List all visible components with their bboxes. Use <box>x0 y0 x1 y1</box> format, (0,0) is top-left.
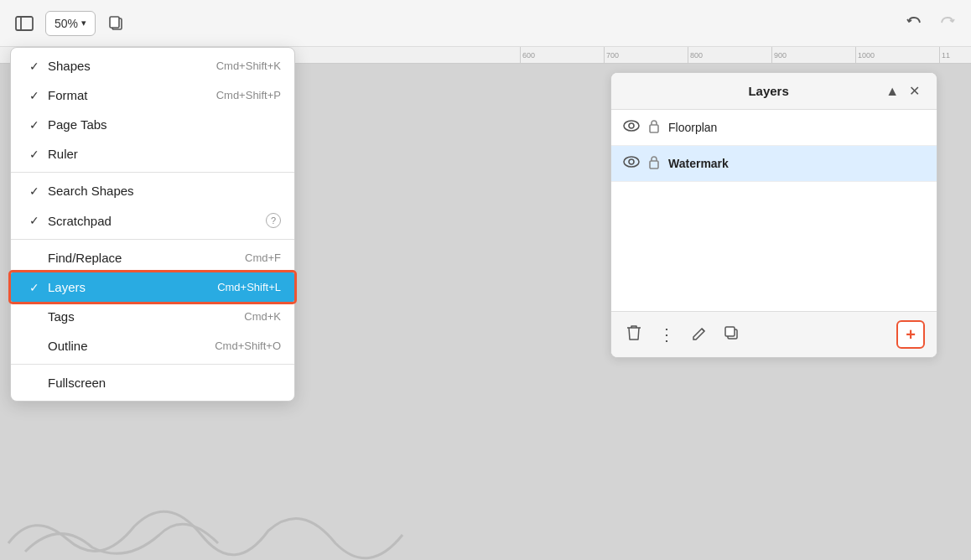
ruler-mark: 800 <box>688 47 771 64</box>
layer-row-watermark[interactable]: Watermark <box>611 146 937 182</box>
undo-redo-group <box>901 10 961 37</box>
menu-item-ruler[interactable]: ✓ Ruler <box>11 139 294 169</box>
menu-label-page-tabs: Page Tabs <box>48 117 281 132</box>
menu-label-search-shapes: Search Shapes <box>48 184 281 198</box>
check-icon-search-shapes: ✓ <box>24 184 44 198</box>
menu-label-scratchpad: Scratchpad <box>48 214 262 228</box>
menu-label-outline: Outline <box>48 339 215 353</box>
menu-label-shapes: Shapes <box>48 59 216 73</box>
help-icon[interactable]: ? <box>266 213 281 228</box>
menu-item-scratchpad[interactable]: ✓ Scratchpad ? <box>11 205 294 236</box>
layer-row-floorplan[interactable]: Floorplan <box>611 110 937 146</box>
more-options-button[interactable]: ⋮ <box>655 321 678 348</box>
menu-item-shapes[interactable]: ✓ Shapes Cmd+Shift+K <box>11 51 294 80</box>
ruler-mark: 700 <box>604 47 688 64</box>
layers-panel-title: Layers <box>657 84 880 98</box>
menu-label-format: Format <box>48 88 216 102</box>
copy-button[interactable] <box>102 10 129 37</box>
menu-item-format[interactable]: ✓ Format Cmd+Shift+P <box>11 80 294 110</box>
menu-item-search-shapes[interactable]: ✓ Search Shapes <box>11 176 294 205</box>
menu-shortcut-outline: Cmd+Shift+O <box>215 340 281 352</box>
menu-shortcut-tags: Cmd+K <box>244 310 281 323</box>
divider-1 <box>11 172 294 173</box>
check-icon-shapes: ✓ <box>24 60 44 73</box>
svg-rect-11 <box>725 327 735 336</box>
menu-label-fullscreen: Fullscreen <box>48 376 281 390</box>
duplicate-layer-button[interactable] <box>720 322 742 348</box>
menu-item-find-replace[interactable]: ✓ Find/Replace Cmd+F <box>11 243 294 272</box>
layers-list: Floorplan Watermark <box>611 110 937 311</box>
layers-close-button[interactable]: ✕ <box>904 81 925 101</box>
svg-rect-3 <box>110 17 119 28</box>
ruler-mark: 11 <box>939 47 971 64</box>
edit-layer-button[interactable] <box>688 322 710 348</box>
menu-label-ruler: Ruler <box>48 147 281 161</box>
visibility-icon-floorplan[interactable] <box>623 119 640 136</box>
undo-button[interactable] <box>901 10 929 37</box>
svg-point-5 <box>629 123 634 128</box>
svg-rect-0 <box>16 17 33 30</box>
check-icon-format: ✓ <box>24 89 44 102</box>
menu-item-page-tabs[interactable]: ✓ Page Tabs <box>11 110 294 139</box>
divider-3 <box>11 364 294 365</box>
menu-item-layers[interactable]: ✓ Layers Cmd+Shift+L <box>11 272 294 302</box>
divider-2 <box>11 239 294 240</box>
menu-label-find-replace: Find/Replace <box>48 251 245 265</box>
layers-toolbar: ⋮ + <box>611 311 937 357</box>
add-layer-button[interactable]: + <box>896 320 925 349</box>
layers-collapse-button[interactable]: ▲ <box>880 82 904 101</box>
toolbar: 50% ▾ <box>0 0 971 47</box>
ruler-mark: 1000 <box>855 47 939 64</box>
layer-name-watermark: Watermark <box>668 157 925 170</box>
lock-icon-watermark[interactable] <box>648 155 660 172</box>
svg-point-8 <box>629 159 634 164</box>
view-dropdown-menu: ✓ Shapes Cmd+Shift+K ✓ Format Cmd+Shift+… <box>10 47 295 402</box>
check-icon-scratchpad: ✓ <box>24 214 44 227</box>
layers-header: Layers ▲ ✕ <box>611 73 937 110</box>
layer-name-floorplan: Floorplan <box>668 121 925 134</box>
svg-rect-9 <box>650 161 658 169</box>
menu-shortcut-find-replace: Cmd+F <box>245 251 281 264</box>
check-icon-page-tabs: ✓ <box>24 118 44 132</box>
menu-label-layers: Layers <box>48 280 217 294</box>
zoom-value: 50% <box>55 17 78 30</box>
menu-item-outline[interactable]: ✓ Outline Cmd+Shift+O <box>11 331 294 360</box>
menu-item-tags[interactable]: ✓ Tags Cmd+K <box>11 302 294 331</box>
check-icon-layers: ✓ <box>24 281 44 294</box>
menu-shortcut-format: Cmd+Shift+P <box>216 89 281 101</box>
zoom-chevron-icon: ▾ <box>81 18 86 29</box>
svg-rect-6 <box>650 125 658 132</box>
lock-icon-floorplan[interactable] <box>648 119 660 136</box>
canvas-decoration <box>0 493 419 560</box>
svg-point-7 <box>624 157 639 167</box>
menu-shortcut-layers: Cmd+Shift+L <box>217 281 281 293</box>
menu-item-fullscreen[interactable]: ✓ Fullscreen <box>11 368 294 397</box>
visibility-icon-watermark[interactable] <box>623 155 640 172</box>
ruler-mark: 900 <box>771 47 855 64</box>
svg-point-4 <box>624 121 639 131</box>
ruler-mark: 600 <box>520 47 604 64</box>
menu-label-tags: Tags <box>48 309 244 324</box>
delete-layer-button[interactable] <box>623 321 645 349</box>
zoom-selector[interactable]: 50% ▾ <box>45 11 96 36</box>
layers-panel: Layers ▲ ✕ Floorplan <box>610 72 937 358</box>
check-icon-ruler: ✓ <box>24 148 44 161</box>
redo-button[interactable] <box>932 10 961 37</box>
menu-shortcut-shapes: Cmd+Shift+K <box>216 60 281 72</box>
panel-toggle-button[interactable] <box>10 11 39 36</box>
